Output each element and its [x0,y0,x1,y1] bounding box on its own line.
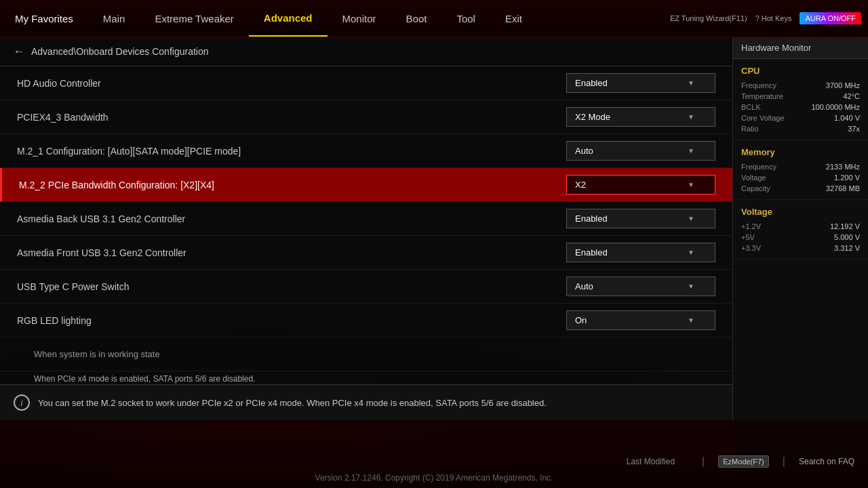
rgb-dropdown[interactable]: On ▼ [566,310,715,330]
hd-audio-arrow: ▼ [688,79,694,87]
hw-cpu-freq-value: 3700 MHz [826,81,860,89]
copyright: Version 2.17.1246. Copyright (C) 2019 Am… [0,473,868,488]
m2-2-dropdown[interactable]: X2 ▼ [566,175,715,195]
pciex4-value: X2 Mode [575,112,610,122]
hw-monitor-title: Hardware Monitor [733,37,868,59]
m2-2-value: X2 [575,180,586,190]
nav-item-extreme-tweaker[interactable]: Extreme Tweaker [140,0,248,37]
m2-1-value: Auto [575,146,593,156]
hw-cpu-temp-row: Temperature 42°C [741,92,860,100]
back-usb-value: Enabled [575,214,608,224]
last-modified: Last Modified [627,457,675,466]
ez-tuning-btn[interactable]: EZ Tuning Wizard(F11) [670,14,747,22]
hd-audio-label: HD Audio Controller [17,78,566,89]
usb-c-arrow: ▼ [688,283,694,290]
usb-c-dropdown[interactable]: Auto ▼ [566,277,715,296]
rgb-arrow: ▼ [688,317,694,324]
aura-label: AURA ON/OFF [805,14,856,22]
usb-c-label: USB Type C Power Switch [17,281,566,292]
hw-voltage-title: Voltage [741,207,860,217]
nav-item-exit[interactable]: Exit [490,0,537,37]
hot-keys-btn[interactable]: ? Hot Keys [755,14,792,22]
hw-cpu-freq-row: Frequency 3700 MHz [741,81,860,89]
info-icon: i [14,394,30,411]
breadcrumb-text: Advanced\Onboard Devices Configuration [31,46,209,57]
search-faq-label: Search on FAQ [799,457,854,466]
m2-1-dropdown[interactable]: Auto ▼ [566,141,715,161]
nav-right: EZ Tuning Wizard(F11) ? Hot Keys AURA ON… [670,12,868,24]
ez-mode-label: EzMode(F7) [718,455,769,468]
hw-cpu-temp-value: 42°C [843,92,860,100]
info-text: You can set the M.2 socket to work under… [38,398,547,408]
hw-mem-volt-label: Voltage [741,174,766,182]
setting-row-pciex4: PCIEX4_3 Bandwidth X2 Mode ▼ [0,100,732,134]
hd-audio-value: Enabled [575,78,608,88]
pciex4-label: PCIEX4_3 Bandwidth [17,112,566,123]
hw-mem-freq-value: 2133 MHz [826,163,860,171]
back-usb-dropdown[interactable]: Enabled ▼ [566,209,715,228]
nav-item-boot[interactable]: Boot [391,0,442,37]
hw-core-volt-value: 1.040 V [834,114,860,122]
pciex4-arrow: ▼ [688,113,694,121]
hot-keys-label: ? Hot Keys [755,14,792,22]
rgb-label: RGB LED lighting [17,315,566,326]
back-usb-arrow: ▼ [688,215,694,222]
hw-mem-freq-label: Frequency [741,163,776,171]
nav-item-advanced[interactable]: Advanced [249,0,328,37]
usb-c-value: Auto [575,281,593,291]
hw-mem-volt-value: 1.200 V [834,174,860,182]
front-usb-dropdown[interactable]: Enabled ▼ [566,243,715,262]
back-arrow[interactable]: ← [14,45,24,58]
hw-mem-cap-label: Capacity [741,184,770,192]
hw-core-volt-label: Core Voltage [741,114,785,122]
nav-item-main[interactable]: Main [88,0,140,37]
hw-mem-freq-row: Frequency 2133 MHz [741,163,860,171]
hw-core-volt-row: Core Voltage 1.040 V [741,114,860,122]
rgb-value: On [575,315,587,325]
m2-2-label: M.2_2 PCIe Bandwidth Configuration: [X2]… [19,180,566,190]
ez-tuning-label: EZ Tuning Wizard(F11) [670,14,747,22]
hw-mem-cap-row: Capacity 32768 MB [741,184,860,192]
hw-v12-label: +1.2V [741,222,761,230]
front-usb-value: Enabled [575,247,608,258]
hw-bclk-label: BCLK [741,103,761,111]
hw-cpu-title: CPU [741,66,860,76]
settings-list: HD Audio Controller Enabled ▼ PCIEX4_3 B… [0,66,732,386]
m2-1-arrow: ▼ [688,147,694,155]
hw-cpu-freq-label: Frequency [741,81,776,89]
hw-v33-label: +3.3V [741,244,761,252]
hw-memory-title: Memory [741,147,860,157]
aura-btn[interactable]: AURA ON/OFF [800,12,861,24]
ez-mode-btn[interactable]: EzMode(F7) [718,455,769,468]
hw-mem-cap-value: 32768 MB [826,184,860,192]
setting-row-usb-c: USB Type C Power Switch Auto ▼ [0,270,732,304]
hw-v33-row: +3.3V 3.312 V [741,244,860,252]
bottom-buttons: Last Modified | EzMode(F7) | Search on F… [0,450,868,473]
hw-bclk-value: 100.0000 MHz [811,103,860,111]
nav-item-monitor[interactable]: Monitor [328,0,391,37]
info-bar: i You can set the M.2 socket to work und… [0,384,732,420]
top-nav: My Favorites Main Extreme Tweaker Advanc… [0,0,868,37]
setting-row-rgb-note: When system is in working state [0,338,732,371]
setting-row-m2-1: M.2_1 Configuration: [Auto][SATA mode][P… [0,134,732,168]
m2-2-arrow: ▼ [688,181,694,188]
bottom-bar: Last Modified | EzMode(F7) | Search on F… [0,420,868,488]
hw-v5-value: 5.000 V [834,233,860,241]
nav-item-favorites[interactable]: My Favorites [0,0,88,37]
hd-audio-dropdown[interactable]: Enabled ▼ [566,73,715,93]
nav-item-tool[interactable]: Tool [441,0,490,37]
hw-monitor-label: Hardware Monitor [741,43,811,53]
hw-mem-volt-row: Voltage 1.200 V [741,174,860,182]
rgb-note-label: When system is in working state [34,349,715,359]
setting-row-rgb: RGB LED lighting On ▼ [0,304,732,338]
search-faq-btn[interactable]: Search on FAQ [799,457,854,466]
hw-v33-value: 3.312 V [834,244,860,252]
hw-cpu-temp-label: Temperature [741,92,783,100]
hw-v5-label: +5V [741,233,755,241]
hw-memory-section: Memory Frequency 2133 MHz Voltage 1.200 … [733,140,868,200]
setting-row-m2-2: M.2_2 PCIe Bandwidth Configuration: [X2]… [0,168,732,202]
hw-v5-row: +5V 5.000 V [741,233,860,241]
pciex4-dropdown[interactable]: X2 Mode ▼ [566,107,715,127]
setting-row-front-usb: Asmedia Front USB 3.1 Gen2 Controller En… [0,236,732,270]
hw-ratio-row: Ratio 37x [741,125,860,133]
